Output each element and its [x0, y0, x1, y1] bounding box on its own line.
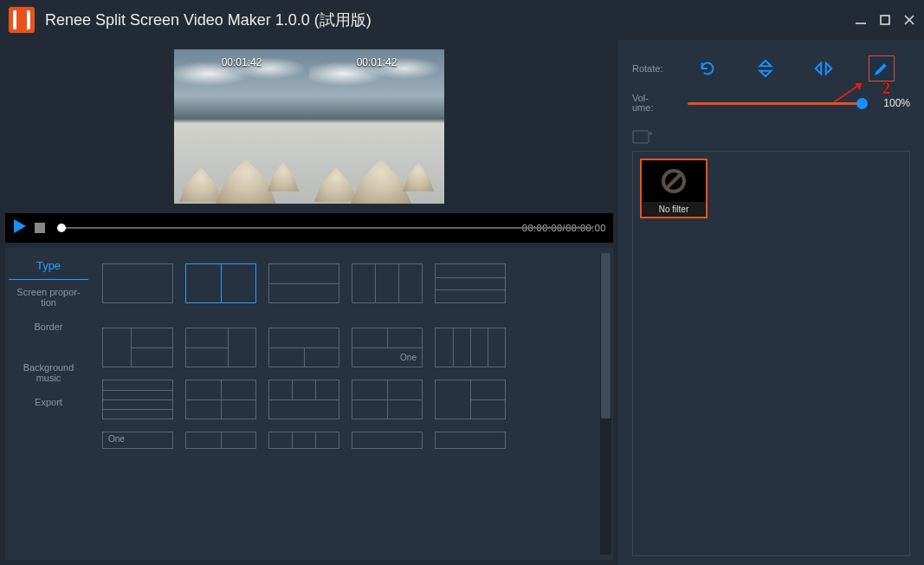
svg-rect-11: [633, 131, 649, 143]
volume-slider-thumb[interactable]: [856, 98, 868, 109]
layout-4a[interactable]: One: [352, 328, 423, 367]
layout-3col[interactable]: [352, 263, 423, 303]
svg-marker-10: [826, 63, 831, 75]
seek-thumb[interactable]: [57, 224, 66, 232]
annotation-badge-2: 2: [882, 80, 890, 98]
play-button[interactable]: [12, 218, 28, 237]
layout-row4-e[interactable]: [435, 432, 506, 449]
rotate-cw-button[interactable]: [695, 56, 720, 81]
flip-horizontal-button[interactable]: [811, 56, 836, 81]
volume-value: 100%: [872, 97, 910, 109]
scrollbar-thumb[interactable]: [601, 253, 611, 419]
edit-clip-button[interactable]: [869, 56, 894, 81]
layout-t-bottom[interactable]: [268, 328, 339, 367]
no-filter-icon: [642, 160, 706, 202]
effects-icon: [632, 128, 655, 146]
layout-mix-a[interactable]: [268, 380, 339, 419]
app-title: Renee Split Screen Video Maker 1.0.0 (試用…: [45, 10, 372, 30]
panel-2-timestamp: 00:01:42: [309, 56, 444, 68]
flip-vertical-button[interactable]: [753, 56, 778, 81]
filter-list: No filter: [632, 151, 910, 556]
maximize-button[interactable]: [879, 14, 891, 26]
layout-1x1[interactable]: [102, 263, 173, 303]
volume-slider[interactable]: [688, 102, 863, 105]
minimize-button[interactable]: [855, 14, 867, 26]
seek-slider[interactable]: [57, 225, 593, 231]
tab-screen-proportion[interactable]: Screen propor- tion: [9, 280, 88, 315]
layout-templates: One: [92, 248, 613, 560]
stop-button[interactable]: [35, 223, 45, 233]
playback-bar: 00:00:00/00:00:00: [5, 213, 613, 243]
tab-background-music[interactable]: Background music: [9, 355, 88, 390]
tab-type[interactable]: Type: [9, 253, 88, 280]
layout-row4-b[interactable]: [185, 432, 256, 449]
layout-2col[interactable]: [185, 263, 256, 303]
rotate-controls: Rotate:: [632, 52, 910, 85]
template-scrollbar[interactable]: [600, 253, 611, 555]
svg-marker-4: [14, 219, 26, 233]
tab-export[interactable]: Export: [9, 390, 88, 414]
layout-3row[interactable]: [435, 263, 506, 303]
preview-panel-1[interactable]: 00:01:42: [174, 49, 309, 204]
layout-4row[interactable]: [102, 380, 173, 419]
preview-area: 1 00:01:42 00:01:42: [5, 40, 613, 213]
close-button[interactable]: [903, 14, 915, 26]
panel-1-timestamp: 00:01:42: [174, 56, 309, 68]
svg-marker-9: [816, 63, 821, 75]
svg-rect-1: [881, 16, 889, 24]
template-panel: Type Screen propor- tion Border Backgrou…: [5, 248, 613, 560]
svg-line-14: [667, 174, 681, 188]
svg-point-12: [649, 132, 652, 135]
layout-row4-a[interactable]: One: [102, 432, 173, 449]
layout-one-label-2: One: [108, 434, 125, 444]
layout-r-top[interactable]: [185, 328, 256, 367]
layout-row4-d[interactable]: [352, 432, 423, 449]
svg-marker-7: [760, 61, 772, 66]
filter-label: No filter: [642, 202, 706, 217]
tab-border[interactable]: Border: [9, 315, 88, 339]
layout-l-top[interactable]: [102, 328, 173, 367]
layout-2row[interactable]: [268, 263, 339, 303]
app-logo-icon: [9, 7, 35, 33]
layout-row4-c[interactable]: [268, 432, 339, 449]
volume-label: Vol- ume:: [632, 94, 679, 113]
layout-mix-c[interactable]: [435, 380, 506, 419]
layout-2x2[interactable]: [185, 380, 256, 419]
titlebar: Renee Split Screen Video Maker 1.0.0 (試用…: [0, 0, 924, 40]
sidebar-tabs: Type Screen propor- tion Border Backgrou…: [5, 248, 92, 560]
layout-mix-b[interactable]: [352, 380, 423, 419]
split-preview: 00:01:42 00:01:42: [174, 49, 444, 204]
filter-no-filter[interactable]: No filter: [640, 159, 708, 218]
preview-panel-2[interactable]: 00:01:42: [309, 49, 444, 204]
clip-controls-panel: 2 Rotate: Vol- ume:: [618, 40, 924, 565]
rotate-label: Rotate:: [632, 64, 679, 74]
layout-one-label: One: [400, 353, 417, 362]
window-controls: [855, 14, 915, 26]
volume-control: Vol- ume: 100%: [632, 94, 910, 113]
layout-4col[interactable]: [435, 328, 506, 367]
svg-marker-8: [760, 71, 772, 76]
